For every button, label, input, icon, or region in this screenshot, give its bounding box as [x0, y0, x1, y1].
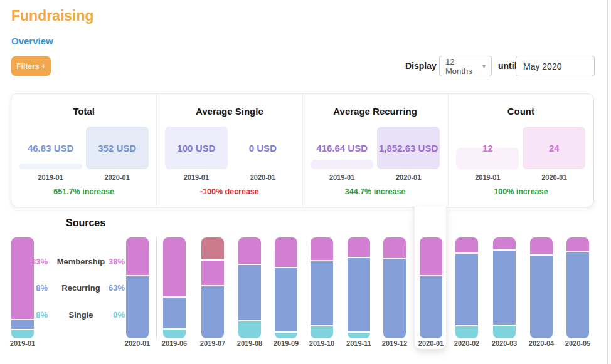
stat-column-label: 2019-01 — [311, 174, 373, 181]
stat-value: 416.64 USD — [311, 127, 373, 169]
bar-segment-recurring[interactable] — [201, 286, 224, 338]
stacked-bar-2020-01[interactable] — [126, 237, 149, 338]
bar-segment-recurring[interactable] — [348, 258, 370, 331]
chevron-down-icon: ▾ — [482, 63, 486, 70]
stat-box: 416.64 USD — [311, 127, 373, 169]
stat-column-label: 2019-01 — [456, 174, 519, 181]
bar-segment-recurring[interactable] — [238, 265, 261, 320]
bar-segment-membership[interactable] — [311, 237, 333, 260]
bar-segment-single[interactable] — [163, 330, 186, 338]
bar-segment-recurring[interactable] — [311, 261, 333, 325]
stat-box: 0 USD — [231, 127, 294, 169]
bar-segment-membership[interactable] — [348, 237, 370, 257]
stat-column-2020-01: 0 USD2020-01 — [231, 127, 294, 181]
stat-column-label: 2020-01 — [86, 174, 149, 181]
stacked-bar-2019-09[interactable] — [275, 237, 297, 338]
stat-value: 352 USD — [86, 127, 149, 169]
stat-value: 0 USD — [231, 127, 294, 169]
bar-segment-recurring[interactable] — [11, 320, 34, 328]
stacked-bar-2020-04[interactable] — [530, 237, 553, 338]
bar-segment-other[interactable] — [201, 237, 224, 259]
bar-segment-recurring[interactable] — [493, 251, 516, 325]
bar-segment-single[interactable] — [455, 326, 478, 338]
stat-value: 1,852.63 USD — [377, 127, 440, 169]
bar-segment-membership[interactable] — [238, 237, 261, 264]
bar-segment-membership[interactable] — [126, 237, 149, 275]
bar-segment-membership[interactable] — [383, 237, 406, 258]
bar-segment-single[interactable] — [348, 333, 370, 338]
bar-label: 2019-08 — [230, 340, 270, 347]
stats-section-title: Count — [507, 106, 534, 117]
bar-segment-recurring[interactable] — [383, 259, 406, 338]
bar-segment-single[interactable] — [493, 326, 516, 338]
stats-change-badge: 344.7% increase — [345, 187, 406, 196]
bar-label: 2020-02 — [447, 340, 487, 347]
bar-segment-membership[interactable] — [566, 237, 589, 251]
bar-segment-membership[interactable] — [493, 237, 516, 249]
legend-percent-right-membership: 38% — [95, 257, 125, 266]
until-input[interactable] — [516, 56, 595, 76]
page-edge-divider — [607, 0, 611, 364]
stat-column-2019-01: 122019-01 — [456, 127, 519, 181]
bar-segment-single[interactable] — [238, 321, 261, 338]
bar-label: 2019-12 — [375, 340, 415, 347]
bar-segment-recurring[interactable] — [530, 256, 553, 338]
stat-column-2019-01: 100 USD2019-01 — [165, 127, 228, 181]
until-label: until — [498, 61, 517, 71]
bar-label: 2019-07 — [193, 340, 233, 347]
display-label: Display — [405, 61, 437, 71]
filters-button[interactable]: Filters + — [11, 56, 51, 76]
stacked-bar-2020-02[interactable] — [455, 237, 478, 338]
stacked-bar-2020-05[interactable] — [566, 237, 589, 338]
stats-change-badge: -100% decrease — [200, 187, 259, 196]
bar-segment-membership[interactable] — [11, 237, 34, 319]
bar-label: 2020-01 — [411, 340, 451, 347]
bar-segment-membership[interactable] — [275, 237, 297, 267]
legend-percent-right-recurring: 63% — [95, 283, 125, 293]
stat-box: 352 USD — [86, 127, 149, 169]
stat-box: 46.83 USD — [19, 127, 82, 169]
bar-segment-membership[interactable] — [201, 261, 224, 285]
stacked-bar-2019-08[interactable] — [238, 237, 261, 338]
stats-columns: 100 USD2019-010 USD2020-01 — [165, 127, 294, 181]
stacked-bar-2019-10[interactable] — [311, 237, 333, 338]
bar-segment-membership[interactable] — [455, 237, 478, 252]
stats-section-total: Total46.83 USD2019-01352 USD2020-01651.7… — [11, 94, 157, 207]
stats-card: Total46.83 USD2019-01352 USD2020-01651.7… — [11, 93, 594, 207]
stacked-bar-2019-11[interactable] — [348, 237, 370, 338]
sources-title: Sources — [66, 217, 105, 229]
stat-column-2020-01: 352 USD2020-01 — [86, 127, 149, 181]
stats-section-title: Total — [73, 106, 95, 117]
bar-segment-single[interactable] — [275, 333, 297, 338]
stacked-bar-2019-07[interactable] — [201, 237, 224, 338]
stats-section-title: Average Single — [196, 106, 263, 117]
bar-segment-recurring[interactable] — [420, 276, 442, 338]
stacked-bar-2019-12[interactable] — [383, 237, 406, 338]
bar-segment-recurring[interactable] — [126, 276, 149, 338]
display-dropdown-value: 12 Months — [445, 57, 482, 76]
bar-segment-single[interactable] — [11, 330, 34, 338]
stat-box: 12 — [456, 127, 519, 169]
stacked-bar-2020-01-highlighted[interactable] — [420, 237, 442, 338]
legend-percent-right-single: 0% — [95, 310, 125, 320]
stat-column-2020-01: 242020-01 — [523, 127, 585, 181]
bar-segment-recurring[interactable] — [455, 254, 478, 326]
stat-column-label: 2020-01 — [523, 174, 585, 181]
bar-segment-single[interactable] — [311, 326, 333, 338]
stats-section-title: Average Recurring — [333, 106, 417, 117]
bar-label: 2019-09 — [266, 340, 306, 347]
bar-segment-recurring[interactable] — [566, 252, 589, 338]
stat-column-2020-01: 1,852.63 USD2020-01 — [377, 127, 440, 181]
bar-segment-recurring[interactable] — [275, 268, 297, 331]
bar-segment-membership[interactable] — [163, 237, 186, 296]
bar-segment-recurring[interactable] — [163, 298, 186, 328]
bar-label: 2019-10 — [302, 340, 342, 347]
stacked-bar-2020-03[interactable] — [493, 237, 516, 338]
bar-segment-membership[interactable] — [530, 237, 553, 254]
display-dropdown[interactable]: 12 Months ▾ — [439, 56, 492, 76]
bar-segment-membership[interactable] — [420, 237, 442, 275]
stat-box: 24 — [523, 127, 585, 169]
stacked-bar-2019-01[interactable] — [11, 237, 34, 338]
stacked-bar-2019-06[interactable] — [163, 237, 186, 338]
stats-columns: 46.83 USD2019-01352 USD2020-01 — [19, 127, 149, 181]
